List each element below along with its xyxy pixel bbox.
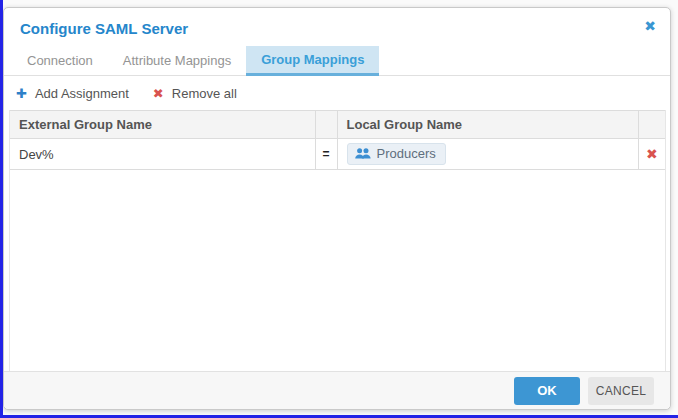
toolbar: ✚ Add Assignment ✖ Remove all	[4, 76, 670, 110]
group-mappings-table: External Group Name Local Group Name Dev…	[10, 110, 665, 170]
header-actions	[638, 111, 665, 139]
local-group-chip[interactable]: Producers	[347, 143, 446, 165]
remove-all-label: Remove all	[172, 86, 237, 101]
configure-saml-server-dialog: Configure SAML Server ✖ Connection Attri…	[3, 7, 671, 410]
local-group-cell[interactable]: Producers	[337, 139, 638, 170]
group-mappings-grid: External Group Name Local Group Name Dev…	[9, 110, 666, 371]
tab-bar: Connection Attribute Mappings Group Mapp…	[4, 46, 670, 76]
page-background: Configure SAML Server ✖ Connection Attri…	[0, 0, 678, 418]
table-header-row: External Group Name Local Group Name	[10, 111, 665, 139]
delete-row-icon[interactable]: ✖	[646, 146, 658, 162]
group-icon	[355, 148, 371, 159]
add-assignment-button[interactable]: ✚ Add Assignment	[16, 86, 129, 101]
header-external-group-name: External Group Name	[10, 111, 315, 139]
dialog-header: Configure SAML Server ✖	[4, 8, 670, 46]
tab-group-mappings[interactable]: Group Mappings	[246, 46, 379, 76]
tab-connection[interactable]: Connection	[12, 46, 108, 76]
add-assignment-label: Add Assignment	[35, 86, 129, 101]
operator-cell: =	[315, 139, 337, 170]
cancel-button[interactable]: CANCEL	[588, 377, 654, 405]
remove-all-button[interactable]: ✖ Remove all	[153, 86, 237, 101]
ok-button[interactable]: OK	[514, 377, 580, 405]
dialog-footer: OK CANCEL	[4, 371, 670, 409]
close-icon[interactable]: ✖	[644, 18, 656, 34]
local-group-label: Producers	[377, 146, 436, 161]
plus-icon: ✚	[16, 86, 27, 101]
tab-attribute-mappings[interactable]: Attribute Mappings	[108, 46, 246, 76]
remove-all-icon: ✖	[153, 86, 164, 101]
table-row: Dev% =	[10, 139, 665, 170]
header-local-group-name: Local Group Name	[337, 111, 638, 139]
external-group-cell[interactable]: Dev%	[10, 139, 315, 170]
dialog-title: Configure SAML Server	[20, 20, 188, 37]
header-operator	[315, 111, 337, 139]
delete-cell: ✖	[638, 139, 665, 170]
